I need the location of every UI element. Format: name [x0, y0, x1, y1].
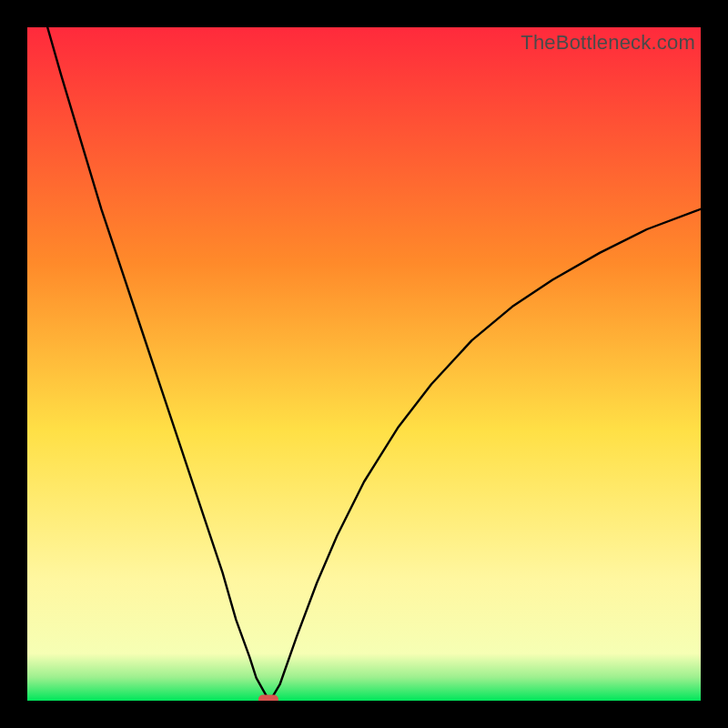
watermark-text: TheBottleneck.com	[521, 31, 695, 55]
svg-rect-0	[258, 695, 278, 701]
chart-background	[27, 27, 701, 701]
chart-frame: TheBottleneck.com	[27, 27, 701, 701]
chart-svg	[27, 27, 701, 701]
minimum-marker	[258, 695, 278, 701]
